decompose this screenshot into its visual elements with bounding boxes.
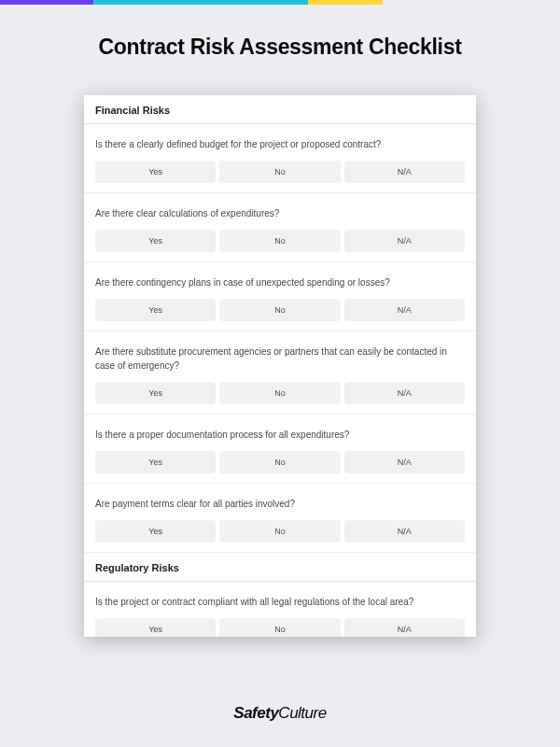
page-header: Contract Risk Assessment Checklist — [0, 5, 560, 78]
option-na[interactable]: N/A — [344, 161, 465, 183]
question-text: Are there clear calculations of expendit… — [95, 206, 465, 220]
question-text: Are payment terms clear for all parties … — [95, 497, 465, 511]
options-row: Yes No N/A — [95, 520, 465, 543]
question-text: Is there a proper documentation process … — [95, 428, 465, 442]
question-text: Are there contingency plans in case of u… — [95, 275, 465, 289]
question-text: Are there substitute procurement agencie… — [95, 345, 465, 373]
options-row: Yes No N/A — [95, 299, 465, 321]
question-block: Are there clear calculations of expendit… — [84, 193, 476, 262]
page-title: Contract Risk Assessment Checklist — [19, 35, 541, 60]
option-yes[interactable]: Yes — [95, 451, 216, 473]
option-yes[interactable]: Yes — [95, 520, 216, 543]
brand-bold: Safety — [233, 704, 278, 722]
option-na[interactable]: N/A — [344, 230, 465, 252]
option-na[interactable]: N/A — [344, 618, 465, 637]
option-no[interactable]: No — [219, 451, 340, 473]
question-block: Is there a clearly defined budget for th… — [84, 124, 476, 193]
option-na[interactable]: N/A — [344, 382, 465, 404]
options-row: Yes No N/A — [95, 230, 465, 252]
option-no[interactable]: No — [219, 161, 340, 183]
option-no[interactable]: No — [219, 230, 340, 252]
brand-light: Culture — [278, 704, 326, 722]
option-na[interactable]: N/A — [344, 451, 465, 473]
options-row: Yes No N/A — [95, 618, 465, 637]
question-block: Are there substitute procurement agencie… — [84, 331, 476, 415]
top-accent-bar — [0, 0, 560, 5]
option-no[interactable]: No — [219, 618, 340, 637]
option-no[interactable]: No — [219, 299, 340, 321]
option-yes[interactable]: Yes — [95, 230, 216, 252]
option-na[interactable]: N/A — [344, 520, 465, 543]
accent-yellow — [308, 0, 383, 5]
options-row: Yes No N/A — [95, 451, 465, 473]
option-no[interactable]: No — [219, 382, 340, 404]
footer: SafetyCulture — [0, 704, 560, 723]
question-block: Are there contingency plans in case of u… — [84, 262, 476, 331]
section-title-regulatory: Regulatory Risks — [84, 553, 476, 582]
option-yes[interactable]: Yes — [95, 618, 216, 637]
question-block: Is the project or contract compliant wit… — [84, 582, 476, 637]
checklist-panel: Financial Risks Is there a clearly defin… — [84, 95, 476, 637]
question-block: Is there a proper documentation process … — [84, 415, 476, 484]
accent-blank — [383, 0, 560, 5]
section-title-financial: Financial Risks — [84, 95, 476, 124]
question-text: Is the project or contract compliant wit… — [95, 595, 465, 609]
question-block: Are payment terms clear for all parties … — [84, 484, 476, 553]
option-no[interactable]: No — [219, 520, 340, 543]
brand-logo: SafetyCulture — [233, 704, 326, 722]
options-row: Yes No N/A — [95, 382, 465, 404]
option-yes[interactable]: Yes — [95, 161, 216, 183]
option-na[interactable]: N/A — [344, 299, 465, 321]
question-text: Is there a clearly defined budget for th… — [95, 137, 465, 151]
accent-purple — [0, 0, 93, 5]
options-row: Yes No N/A — [95, 161, 465, 183]
option-yes[interactable]: Yes — [95, 382, 216, 404]
option-yes[interactable]: Yes — [95, 299, 216, 321]
accent-cyan — [93, 0, 308, 5]
